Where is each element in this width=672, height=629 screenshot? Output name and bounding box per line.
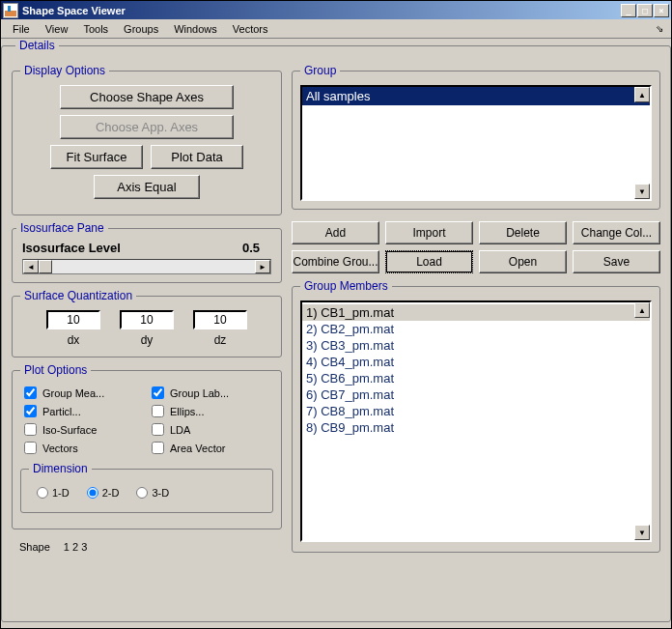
isosurface-pane: Isosurface Pane Isosurface Level 0.5 ◄ ►: [12, 221, 282, 283]
shape-label: Shape: [19, 541, 50, 553]
menu-windows[interactable]: Windows: [166, 21, 225, 37]
isosurface-slider[interactable]: ◄ ►: [22, 259, 271, 274]
group-selected-item[interactable]: All samples: [302, 87, 650, 105]
titlebar[interactable]: Shape Space Viewer _ □ ×: [1, 1, 671, 19]
group-lab-checkbox[interactable]: Group Lab...: [152, 386, 269, 399]
iso-surface-checkbox[interactable]: Iso-Surface: [24, 423, 142, 436]
scroll-up-icon[interactable]: ▲: [634, 87, 650, 102]
menu-overflow-icon[interactable]: ⇘: [648, 21, 667, 36]
dimension-legend: Dimension: [29, 462, 92, 475]
dy-label: dy: [141, 333, 154, 347]
display-options: Display Options Choose Shape Axes Choose…: [12, 64, 282, 215]
group-panel: Group All samples ▲ ▼: [292, 64, 660, 210]
axis-equal-button[interactable]: Axis Equal: [94, 175, 200, 199]
dz-label: dz: [214, 333, 227, 347]
plot-data-button[interactable]: Plot Data: [151, 145, 243, 169]
isosurface-level-label: Isosurface Level: [22, 241, 121, 255]
group-buttons: Add Import Delete Change Col... Combine …: [292, 221, 660, 273]
area-vector-checkbox[interactable]: Area Vector: [152, 442, 269, 454]
dy-field[interactable]: [120, 310, 174, 329]
isosurface-level-value: 0.5: [242, 241, 260, 255]
menubar: File View Tools Groups Windows Vectors ⇘: [1, 19, 671, 39]
shape-values: 1 2 3: [64, 541, 87, 553]
list-item[interactable]: 5) CB6_pm.mat: [302, 370, 650, 386]
list-item[interactable]: 3) CB3_pm.mat: [302, 337, 650, 354]
scroll-up-icon[interactable]: ▲: [634, 302, 650, 318]
scroll-down-icon[interactable]: ▼: [634, 184, 650, 199]
menu-file[interactable]: File: [5, 21, 38, 37]
dim-2d-radio[interactable]: 2-D: [87, 487, 120, 499]
add-button[interactable]: Add: [292, 221, 379, 244]
list-item[interactable]: 2) CB2_pm.mat: [302, 321, 650, 337]
window-title: Shape Space Viewer: [22, 5, 621, 16]
import-button[interactable]: Import: [385, 221, 473, 244]
list-item[interactable]: 4) CB4_pm.mat: [302, 354, 650, 370]
slider-thumb[interactable]: [39, 260, 52, 273]
group-members-legend: Group Members: [300, 279, 392, 293]
plot-options-legend: Plot Options: [20, 363, 91, 377]
fit-surface-button[interactable]: Fit Surface: [50, 145, 143, 169]
dx-label: dx: [68, 333, 80, 347]
group-mean-checkbox[interactable]: Group Mea...: [24, 386, 142, 399]
delete-button[interactable]: Delete: [479, 221, 567, 244]
isosurface-legend: Isosurface Pane: [16, 221, 108, 235]
group-legend: Group: [300, 64, 340, 77]
slider-left-arrow-icon[interactable]: ◄: [23, 260, 39, 273]
change-col-button[interactable]: Change Col...: [573, 221, 660, 244]
lda-checkbox[interactable]: LDA: [152, 423, 269, 436]
slider-right-arrow-icon[interactable]: ►: [255, 260, 270, 273]
menu-vectors[interactable]: Vectors: [225, 21, 276, 37]
surface-quantization-legend: Surface Quantization: [20, 289, 136, 302]
dim-3d-radio[interactable]: 3-D: [136, 487, 169, 499]
app-icon: [3, 3, 18, 18]
details-panel: Details Display Options Choose Shape Axe…: [1, 39, 671, 622]
minimize-button[interactable]: _: [621, 4, 636, 17]
scroll-down-icon[interactable]: ▼: [634, 525, 650, 540]
group-members-panel: Group Members 1) CB1_pm.mat 2) CB2_pm.ma…: [292, 279, 660, 553]
close-button[interactable]: ×: [654, 4, 669, 17]
combine-groups-button[interactable]: Combine Grou...: [292, 250, 379, 273]
dx-field[interactable]: [46, 310, 100, 329]
load-button[interactable]: Load: [385, 250, 473, 273]
display-options-legend: Display Options: [20, 64, 109, 77]
group-listbox[interactable]: All samples ▲ ▼: [300, 85, 652, 201]
dz-field[interactable]: [193, 310, 247, 329]
ellips-checkbox[interactable]: Ellips...: [152, 405, 269, 417]
members-listbox[interactable]: 1) CB1_pm.mat 2) CB2_pm.mat 3) CB3_pm.ma…: [300, 300, 652, 542]
details-legend: Details: [15, 39, 59, 52]
dimension-group: Dimension 1-D 2-D 3-D: [20, 462, 273, 513]
list-item[interactable]: 7) CB8_pm.mat: [302, 403, 650, 419]
list-item[interactable]: 6) CB7_pm.mat: [302, 386, 650, 403]
list-item[interactable]: 1) CB1_pm.mat: [302, 304, 650, 321]
vectors-checkbox[interactable]: Vectors: [24, 442, 142, 454]
menu-view[interactable]: View: [38, 21, 76, 37]
menu-tools[interactable]: Tools: [75, 21, 116, 37]
list-item[interactable]: 8) CB9_pm.mat: [302, 419, 650, 436]
dim-1d-radio[interactable]: 1-D: [37, 487, 70, 499]
menu-groups[interactable]: Groups: [116, 21, 166, 37]
choose-shape-axes-button[interactable]: Choose Shape Axes: [60, 85, 234, 109]
save-button[interactable]: Save: [573, 250, 660, 273]
choose-app-axes-button: Choose App. Axes: [60, 115, 234, 139]
surface-quantization: Surface Quantization dx dy dz: [12, 289, 282, 357]
open-button[interactable]: Open: [479, 250, 567, 273]
plot-options: Plot Options Group Mea... Group Lab... P…: [12, 363, 282, 529]
maximize-button[interactable]: □: [637, 4, 653, 17]
particles-checkbox[interactable]: Particl...: [24, 405, 142, 417]
